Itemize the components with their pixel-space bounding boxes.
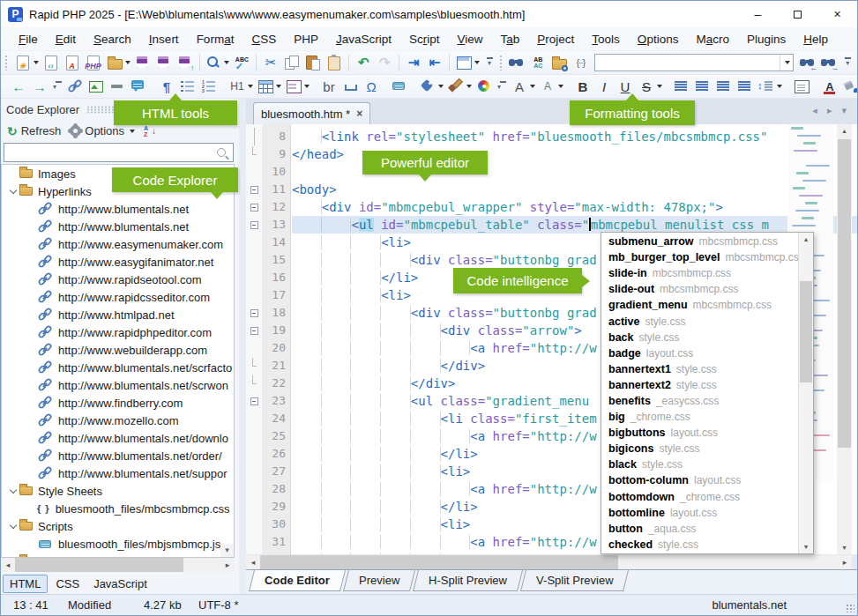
fold-collapse-icon[interactable] [250,186,258,194]
align-left-button[interactable] [671,77,692,96]
refresh-button[interactable]: ↻ Refresh [4,123,63,139]
autocomplete-item[interactable]: bannertext1style.css [601,361,798,377]
panel-layout-button[interactable] [453,53,481,72]
insert-comment-button[interactable] [128,77,149,96]
new-web-document-button[interactable]: ‹› [41,53,62,72]
menu-format[interactable]: Format [188,29,243,49]
scroll-left-icon[interactable]: ◂ [246,558,260,567]
menu-options[interactable]: Options [629,29,688,49]
autocomplete-item[interactable]: bigiconsstyle.css [601,441,798,456]
insert-nbsp-button[interactable] [339,77,361,96]
tree-item[interactable]: bluesmooth_files/mbjsmbmcp.js [2,535,234,553]
insert-hyperlink-button[interactable] [64,77,86,96]
insert-table-button[interactable] [255,77,283,96]
autocomplete-item[interactable]: checkedstyle.css [601,537,798,553]
find-button[interactable] [203,53,231,72]
menu-file[interactable]: File [10,29,47,49]
menu-edit[interactable]: Edit [47,29,85,49]
view-tab-h-split-preview[interactable]: H-Split Preview [413,570,523,591]
close-tab-icon[interactable]: × [356,108,362,120]
explorer-tree[interactable]: ImagesHyperlinkshttp://www.blumentals.ne… [1,164,235,558]
insert-image-button[interactable] [86,77,107,96]
insert-tag-button[interactable] [417,77,445,96]
menu-macro[interactable]: Macro [687,29,738,49]
navigate-forward-button[interactable]: → [29,77,50,96]
justify-button[interactable] [735,77,756,96]
scroll-right-icon[interactable]: ▸ [838,558,852,567]
autocomplete-item[interactable]: blackstyle.css [601,456,798,472]
panel-splitter[interactable] [239,99,246,594]
autocomplete-item[interactable]: bottomlinelayout.css [601,505,798,521]
menu-view[interactable]: View [449,29,492,49]
fold-marker[interactable] [246,181,262,198]
view-tab-v-split-preview[interactable]: V-Split Preview [520,570,629,591]
fold-collapse-icon[interactable] [250,327,258,335]
scroll-down-icon[interactable]: ▾ [837,541,852,554]
save-button[interactable] [132,53,153,72]
save-and-upload-button[interactable]: ↑ [175,53,196,72]
document-tab-bluesmooth[interactable]: bluesmooth.htm * × [253,102,370,124]
fold-collapse-icon[interactable] [250,204,258,212]
tree-item[interactable]: http://www.rapidcsseditor.com [2,288,234,306]
tree-item[interactable]: http://www.blumentals.net/suppor [2,464,234,482]
tree-item[interactable]: http://www.blumentals.net [2,200,234,218]
menu-tab[interactable]: Tab [492,29,529,49]
bold-button[interactable]: B [572,77,593,96]
popup-scrollbar[interactable]: ▴ ▾ [798,233,813,553]
scrollbar-thumb[interactable] [838,139,851,448]
scroll-down-icon[interactable]: ▾ [799,540,813,553]
tree-item[interactable]: http://www.easygifanimator.net [2,253,234,271]
menu-script[interactable]: Script [400,29,449,49]
tree-item[interactable]: http://www.htmlpad.net [2,306,234,323]
paragraph-format-button[interactable] [791,77,812,96]
align-center-button[interactable] [692,77,713,96]
autocomplete-item[interactable]: bottom-columnlayout.css [601,472,798,488]
line-spacing-button[interactable] [756,77,784,96]
tree-item[interactable]: http://www.blumentals.net/scrwon [2,376,234,394]
resize-grip[interactable] [846,604,854,612]
toolbar-overflow-button[interactable]: ▾ [484,55,495,71]
fold-marker[interactable] [246,304,262,322]
tree-item[interactable]: http://www.easymenumaker.com [2,235,234,253]
explorer-search-box[interactable] [4,143,234,162]
insert-line-break-button[interactable]: br [318,77,339,96]
insert-heading-button[interactable]: H1 [227,77,255,96]
autocomplete-item[interactable]: mb_burger_top_levelmbcsmbmcp.css [601,249,798,265]
increase-font-size-button[interactable]: A [509,77,537,96]
indent-button[interactable]: ⇥ [403,53,424,72]
tree-folder-scripts[interactable]: Scripts [2,517,234,535]
autocomplete-item[interactable]: big_chrome.css [601,409,798,425]
fold-gutter[interactable] [246,124,262,554]
insert-script-button[interactable] [389,77,410,96]
autocomplete-list[interactable]: submenu_arrowmbcsmbmcp.cssmb_burger_top_… [601,234,798,553]
scrollbar-thumb[interactable] [260,555,618,569]
strikethrough-button[interactable]: S [636,77,664,96]
regex-search-button[interactable]: {··} [570,53,591,72]
fold-marker[interactable] [246,392,262,410]
menu-insert[interactable]: Insert [140,29,188,49]
paste-button[interactable] [302,53,324,72]
tree-item[interactable]: http://www.blumentals.net [2,218,234,235]
autocomplete-item[interactable]: bottomdown_chrome.css [601,489,798,505]
autocomplete-item[interactable]: slide-outmbcsmbmcp.css [601,281,798,297]
fold-marker[interactable] [246,198,262,216]
autocomplete-item[interactable]: backstyle.css [601,330,798,345]
replace-button[interactable]: ABAC [527,53,548,72]
tree-item[interactable]: http://www.mozello.com [2,412,234,429]
view-tab-code-editor[interactable]: Code Editor [249,570,346,591]
tree-item[interactable]: http://www.blumentals.net/scrfacto [2,359,234,376]
tab-scroll-buttons[interactable]: ◂ ▸ ▾ [812,105,850,116]
insert-numbered-list-button[interactable] [198,77,220,96]
format-painter-button[interactable] [445,77,474,96]
clipboard-viewer-button[interactable] [324,53,345,72]
insert-horizontal-rule-button[interactable] [107,77,128,96]
chevron-down-icon[interactable] [7,525,19,528]
tree-item[interactable]: http://www.blumentals.net/order/ [2,447,234,464]
tree-item[interactable]: http://www.rapidphpeditor.com [2,323,234,341]
italic-button[interactable]: I [593,77,615,96]
explorer-tab-html[interactable]: HTML [3,575,48,593]
tree-horizontal-scrollbar[interactable]: ◂ ▸ [1,558,235,572]
menu-plugins[interactable]: Plugins [738,29,795,49]
spell-check-button[interactable]: ABC✓ [231,53,252,72]
tree-item[interactable]: http://www.findberry.com [2,394,234,412]
